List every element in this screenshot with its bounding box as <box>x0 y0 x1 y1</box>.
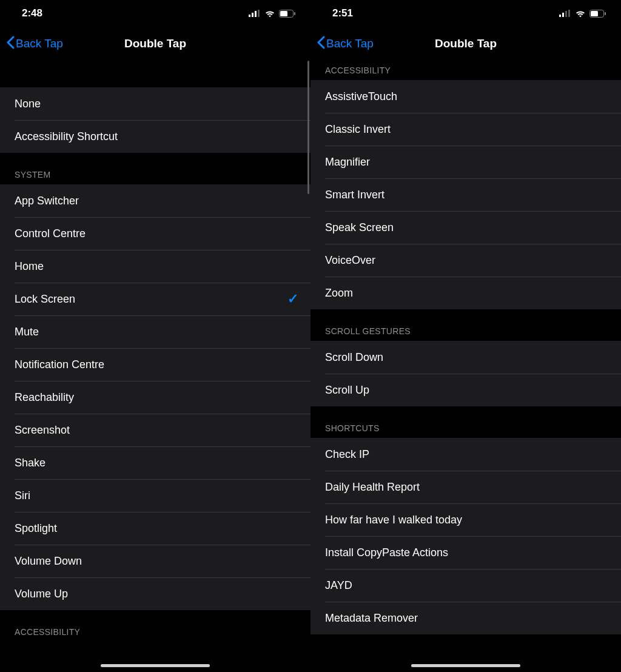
svg-rect-8 <box>562 13 564 17</box>
row-mute[interactable]: Mute <box>0 315 310 348</box>
section-header-scroll-gestures: SCROLL GESTURES <box>310 309 621 341</box>
row-label: Install CopyPaste Actions <box>325 546 448 559</box>
row-volume-up[interactable]: Volume Up <box>0 577 310 610</box>
row-shake[interactable]: Shake <box>0 446 310 479</box>
group-scroll-gestures: Scroll Down Scroll Up <box>310 341 621 406</box>
row-label: Control Centre <box>15 227 86 240</box>
content-left[interactable]: None Accessibility Shortcut SYSTEM App S… <box>0 61 310 672</box>
status-bar: 2:48 <box>0 0 310 27</box>
row-label: Scroll Down <box>325 351 383 364</box>
wifi-icon <box>264 10 275 18</box>
row-spotlight[interactable]: Spotlight <box>0 512 310 545</box>
row-label: Spotlight <box>15 522 57 535</box>
status-time: 2:51 <box>332 7 353 19</box>
row-label: Smart Invert <box>325 189 384 201</box>
row-install-copypaste[interactable]: Install CopyPaste Actions <box>310 536 621 569</box>
chevron-left-icon <box>6 36 16 52</box>
row-label: None <box>15 98 41 110</box>
group-shortcuts: Check IP Daily Health Report How far hav… <box>310 438 621 634</box>
row-assistivetouch[interactable]: AssistiveTouch <box>310 80 621 113</box>
row-control-centre[interactable]: Control Centre <box>0 217 310 250</box>
svg-rect-10 <box>568 10 570 17</box>
row-check-ip[interactable]: Check IP <box>310 438 621 471</box>
row-smart-invert[interactable]: Smart Invert <box>310 178 621 211</box>
svg-rect-13 <box>605 12 606 15</box>
row-notification-centre[interactable]: Notification Centre <box>0 348 310 381</box>
row-label: Scroll Up <box>325 384 369 397</box>
row-reachability[interactable]: Reachability <box>0 381 310 414</box>
row-speak-screen[interactable]: Speak Screen <box>310 211 621 244</box>
signal-icon <box>559 10 571 17</box>
row-jayd[interactable]: JAYD <box>310 569 621 602</box>
back-label: Back Tap <box>16 37 63 50</box>
row-classic-invert[interactable]: Classic Invert <box>310 113 621 146</box>
row-label: Mute <box>15 326 39 338</box>
row-label: Metadata Remover <box>325 612 418 625</box>
row-label: Reachability <box>15 391 74 404</box>
home-indicator[interactable] <box>411 664 520 667</box>
group-top: None Accessibility Shortcut <box>0 87 310 153</box>
svg-rect-5 <box>280 11 287 16</box>
row-label: Magnifier <box>325 156 370 169</box>
row-screenshot[interactable]: Screenshot <box>0 414 310 446</box>
svg-rect-6 <box>294 12 295 15</box>
battery-icon <box>279 10 296 18</box>
chevron-left-icon <box>317 36 326 52</box>
content-right[interactable]: ACCESSIBILITY AssistiveTouch Classic Inv… <box>310 61 621 672</box>
home-indicator[interactable] <box>101 664 210 667</box>
row-label: Accessibility Shortcut <box>15 130 118 143</box>
row-label: App Switcher <box>15 195 79 207</box>
back-button[interactable]: Back Tap <box>6 36 63 52</box>
row-app-switcher[interactable]: App Switcher <box>0 184 310 217</box>
scrollbar-indicator[interactable] <box>307 61 309 194</box>
row-zoom[interactable]: Zoom <box>310 277 621 309</box>
row-scroll-down[interactable]: Scroll Down <box>310 341 621 374</box>
row-label: Lock Screen <box>15 293 75 306</box>
group-system: App Switcher Control Centre Home Lock Sc… <box>0 184 310 610</box>
svg-rect-9 <box>565 11 567 17</box>
section-header-accessibility: ACCESSIBILITY <box>0 610 310 642</box>
nav-bar: Back Tap Double Tap <box>0 27 310 61</box>
row-label: VoiceOver <box>325 254 375 267</box>
svg-rect-12 <box>591 11 598 16</box>
row-voiceover[interactable]: VoiceOver <box>310 244 621 277</box>
row-label: How far have I walked today <box>325 514 462 526</box>
row-lock-screen[interactable]: Lock Screen ✓ <box>0 283 310 315</box>
section-header-accessibility: ACCESSIBILITY <box>310 61 621 80</box>
row-none[interactable]: None <box>0 87 310 120</box>
row-label: Shake <box>15 457 45 469</box>
section-header-system: SYSTEM <box>0 153 310 184</box>
row-label: AssistiveTouch <box>325 90 397 103</box>
status-time: 2:48 <box>22 7 42 19</box>
row-label: Classic Invert <box>325 123 391 136</box>
row-label: Volume Down <box>15 555 82 568</box>
row-label: Volume Up <box>15 588 68 600</box>
status-icons <box>559 10 606 18</box>
svg-rect-2 <box>255 11 257 17</box>
row-siri[interactable]: Siri <box>0 479 310 512</box>
row-label: Daily Health Report <box>325 481 420 494</box>
row-label: Home <box>15 260 44 273</box>
section-header-shortcuts: SHORTCUTS <box>310 406 621 438</box>
row-scroll-up[interactable]: Scroll Up <box>310 374 621 406</box>
row-metadata-remover[interactable]: Metadata Remover <box>310 602 621 634</box>
signal-icon <box>249 10 261 17</box>
row-label: JAYD <box>325 579 352 592</box>
status-bar: 2:51 <box>310 0 621 27</box>
back-button[interactable]: Back Tap <box>317 36 374 52</box>
phone-right: 2:51 Back Tap Double Tap ACCESSIBILITY <box>310 0 621 672</box>
row-label: Zoom <box>325 287 353 300</box>
svg-rect-0 <box>249 15 250 17</box>
row-accessibility-shortcut[interactable]: Accessibility Shortcut <box>0 120 310 153</box>
back-label: Back Tap <box>326 37 374 50</box>
row-label: Screenshot <box>15 424 70 437</box>
row-daily-health-report[interactable]: Daily Health Report <box>310 471 621 503</box>
row-magnifier[interactable]: Magnifier <box>310 146 621 178</box>
svg-rect-7 <box>559 15 561 17</box>
svg-rect-3 <box>258 10 260 17</box>
row-volume-down[interactable]: Volume Down <box>0 545 310 577</box>
phone-left: 2:48 Back Tap Double Tap <box>0 0 310 672</box>
checkmark-icon: ✓ <box>287 291 298 307</box>
row-how-far-walked[interactable]: How far have I walked today <box>310 503 621 536</box>
row-home[interactable]: Home <box>0 250 310 283</box>
